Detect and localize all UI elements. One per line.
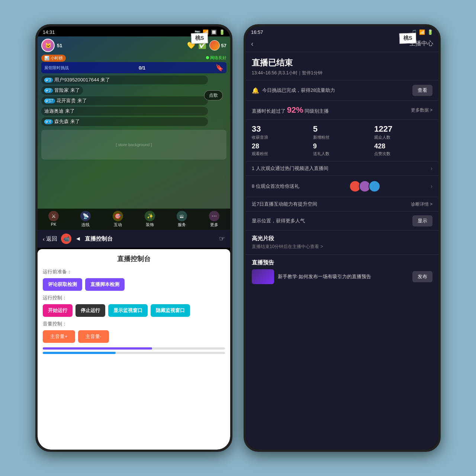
chart-icon: 📊: [44, 56, 49, 61]
msg-2-text: 冒险家 来了: [54, 87, 80, 94]
stats-grid: 33 收获音浪 28 观看粉丝 5 新增粉丝 9 送礼人数 1227 观众人数 …: [246, 120, 438, 161]
stat-3-num: 1227: [374, 124, 432, 134]
decor-icon: ✨: [145, 211, 155, 221]
ranking-badge: 📊 小时榜: [41, 55, 66, 62]
stat-1-sub-label: 观看粉丝: [252, 151, 310, 157]
control-bar-arrow: ◄: [75, 235, 81, 242]
toolbar-more[interactable]: ⋯ 更多: [209, 211, 219, 228]
gift-avatars: [349, 180, 380, 192]
chat-msg-2-wrapper: ♦ 2 冒险家 来了 点歌: [41, 86, 226, 95]
control-panel: 直播控制台 运行前准备： 评论获取检测 直播脚本检测 运行控制： 开始运行 停止…: [38, 249, 230, 450]
left-arrow: ‹: [43, 236, 45, 242]
volume-btns: 主音量+ 主音量-: [43, 330, 225, 343]
toolbar-connect[interactable]: 📡 连线: [80, 211, 91, 228]
highlight-section: 高光片段 直播结束10分钟后在主播中心查看 >: [246, 231, 438, 255]
chat-msg-5: ♦ 4 森先森 来了: [41, 117, 208, 126]
toolbar-pk[interactable]: ⚔ PK: [48, 211, 59, 228]
follower-count: 51: [57, 43, 62, 48]
stat-2-sub: 9: [313, 142, 372, 150]
interact-label: 互动: [114, 222, 122, 228]
hide-monitor-btn[interactable]: 隐藏监视窗口: [151, 304, 190, 317]
msg-5-text: 森先森 来了: [54, 118, 80, 125]
pre-run-label: 运行前准备：: [43, 268, 225, 275]
start-run-btn[interactable]: 开始运行: [43, 304, 73, 317]
service-label: 服务: [178, 222, 186, 228]
chat-msg-2: ♦ 2 冒险家 来了: [41, 86, 83, 95]
right-time: 16:57: [251, 29, 263, 35]
badge-4: ♦ 4: [44, 119, 53, 124]
avatar-row: 🐱 51: [41, 39, 62, 52]
highlight-desc-text: 直播结束10分钟后在主播中心查看 >: [252, 244, 323, 250]
badge-3: ♦ 3: [44, 78, 53, 83]
stat-2-num: 5: [313, 124, 372, 134]
right-back-arrow[interactable]: ‹: [251, 39, 254, 48]
audience-text: 1 人次观众通过热门视频进入直播间: [252, 165, 328, 172]
gift-text: 8 位观众首次给你送礼: [252, 183, 299, 190]
toolbar-service[interactable]: 🛎 服务: [177, 211, 187, 228]
audience-chevron[interactable]: ›: [431, 165, 432, 172]
decor-label: 装饰: [146, 222, 154, 228]
right-screen: 16:57 🎵 📶 🔋 ‹ 主播中心 直播已结束 13:44~16:56 共3.…: [246, 26, 438, 450]
gesture-icon: ☞: [219, 235, 225, 243]
preview-text: 新手教学·如何发布一场有吸引力的直播预告: [278, 273, 409, 280]
progress-bar-2: [43, 352, 225, 354]
gift-avatar-3: [369, 180, 380, 192]
interact-icon: 🎯: [113, 211, 123, 221]
stat-item-1: 33 收获音浪 28 观看粉丝: [252, 124, 310, 157]
vol-up-btn[interactable]: 主音量+: [43, 330, 75, 343]
preview-title: 直播预告: [252, 259, 432, 266]
preview-thumbnail: [252, 269, 274, 284]
toolbar-decor[interactable]: ✨ 装饰: [145, 211, 155, 228]
pre-run-btns: 评论获取检测 直播脚本检测: [43, 278, 225, 291]
challenge-done-icon: 🔔: [252, 87, 259, 94]
viewer-avatar: [209, 40, 220, 51]
toolbar-interact[interactable]: 🎯 互动: [113, 211, 123, 228]
back-button[interactable]: ‹ 返回: [43, 235, 57, 242]
right-avatar-area: 57: [209, 40, 226, 51]
comment-detect-btn[interactable]: 评论获取检测: [43, 278, 82, 291]
right-label: 桃S: [399, 33, 416, 44]
show-monitor-btn[interactable]: 显示监视窗口: [108, 304, 148, 317]
msg-4-text: 迪迦奥迪 来了: [44, 108, 75, 115]
stat-3-sub-label: 点赞次数: [374, 151, 432, 157]
panel-heading: 直播控制台: [43, 254, 225, 263]
highlight-desc: 直播结束10分钟后在主播中心查看 >: [252, 244, 432, 250]
interact-text: 近7日直播互动能力有提升空间: [252, 201, 317, 208]
more-data-link[interactable]: 更多数据 >: [411, 107, 432, 113]
control-bar-title: 直播控制台: [85, 235, 113, 242]
gift-chevron[interactable]: ›: [431, 183, 432, 190]
preview-section: 直播预告 新手教学·如何发布一场有吸引力的直播预告 发布: [246, 255, 438, 289]
viewer-count: 57: [221, 43, 226, 48]
right-phone: 桃S 16:57 🎵 📶 🔋 ‹ 主播中心 直播已结束 13:44~16:56 …: [244, 24, 441, 452]
stat-2-label: 新增粉丝: [313, 135, 372, 140]
vol-down-btn[interactable]: 主音量-: [78, 330, 109, 343]
diagnose-link[interactable]: 诊断详情 >: [411, 201, 432, 208]
position-btn[interactable]: 显示: [412, 215, 432, 226]
stop-run-btn[interactable]: 停止运行: [75, 304, 105, 317]
percentage-row: 直播时长超过了 92% 同级别主播 更多数据 >: [246, 101, 438, 120]
more-label: 更多: [210, 222, 218, 228]
stream-ended-section: 直播已结束 13:44~16:56 共3.1小时｜暂停1分钟: [246, 52, 438, 80]
challenge-view-btn[interactable]: 查看: [412, 85, 432, 96]
volume-label: 音量控制：: [43, 321, 225, 327]
stream-ended-title: 直播已结束: [252, 57, 432, 68]
msg-3-text: 花开富贵 来了: [57, 97, 87, 104]
preview-card: 新手教学·如何发布一场有吸引力的直播预告 发布: [252, 269, 432, 284]
more-icon: ⋯: [209, 211, 219, 221]
connect-icon: 📡: [80, 211, 91, 221]
stat-1-sub: 28: [252, 142, 310, 150]
pct-prefix: 直播时长超过了 92% 同级别主播: [252, 105, 411, 115]
challenge-count: 0/1: [139, 65, 145, 71]
badge-2: ♦ 2: [44, 88, 53, 93]
service-icon: 🛎: [177, 211, 187, 221]
progress-bar-1: [43, 347, 225, 350]
script-detect-btn[interactable]: 直播脚本检测: [85, 278, 125, 291]
publish-btn[interactable]: 发布: [412, 271, 432, 282]
song-button[interactable]: 点歌: [204, 90, 223, 100]
stat-1-label: 收获音浪: [252, 135, 310, 140]
live-overlay: 🐱 51 💛 ✅ 57 📊 小时榜: [38, 36, 230, 230]
left-phone: 桃S 14:31 📷 📶 🔲 🔋 🐱 51: [35, 24, 232, 452]
host-avatar[interactable]: 🐱: [41, 39, 55, 52]
left-screen: 14:31 📷 📶 🔲 🔋 🐱 51 💛: [38, 26, 230, 450]
chat-msg-4: 迪迦奥迪 来了: [41, 107, 208, 116]
